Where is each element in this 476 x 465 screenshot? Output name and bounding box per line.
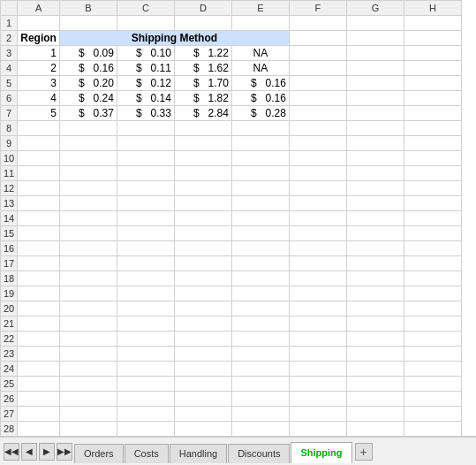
table-row: 17 xyxy=(1,256,462,271)
col-header-a[interactable]: A xyxy=(18,1,60,16)
table-row: 26 xyxy=(1,392,462,407)
tab-nav-last[interactable]: ▶▶ xyxy=(57,443,72,461)
shipping-method-header: Shipping Method xyxy=(59,31,289,46)
spreadsheet: A B C D E F G H 1 xyxy=(0,0,476,437)
table-row: 7 5 $ 0.37 $ 0.33 $ 2.84 $ 0.28 xyxy=(1,106,462,121)
table-row: 10 xyxy=(1,151,462,166)
col-header-d[interactable]: D xyxy=(174,1,231,16)
table-row: 2 Region Shipping Method xyxy=(1,31,462,46)
tab-discounts[interactable]: Discounts xyxy=(228,444,290,463)
table-row: 22 xyxy=(1,332,462,347)
table-row: 18 xyxy=(1,271,462,286)
table-row: 16 xyxy=(1,241,462,256)
table-row: 4 2 $ 0.16 $ 0.11 $ 1.62 NA xyxy=(1,61,462,76)
table-row: 14 xyxy=(1,211,462,226)
tab-handling[interactable]: Handling xyxy=(170,444,227,463)
col-header-b[interactable]: B xyxy=(59,1,117,16)
corner-header xyxy=(1,1,18,16)
table-row: 5 3 $ 0.20 $ 0.12 $ 1.70 $ 0.16 xyxy=(1,76,462,91)
table-row: 12 xyxy=(1,181,462,196)
tab-nav-first[interactable]: ◀◀ xyxy=(4,443,19,461)
add-sheet-button[interactable]: + xyxy=(355,443,373,461)
tab-orders[interactable]: Orders xyxy=(74,444,124,463)
table-row: 8 xyxy=(1,121,462,136)
table-row: 19 xyxy=(1,286,462,301)
table-row: 20 xyxy=(1,301,462,316)
table-row: 28 xyxy=(1,422,462,437)
table-row: 27 xyxy=(1,407,462,422)
table-row: 23 xyxy=(1,347,462,362)
col-header-h[interactable]: H xyxy=(404,1,461,16)
col-header-e[interactable]: E xyxy=(231,1,289,16)
col-header-g[interactable]: G xyxy=(346,1,404,16)
row-header-5: 5 xyxy=(1,76,18,91)
row-header-2: 2 xyxy=(1,31,18,46)
row-header-4: 4 xyxy=(1,61,18,76)
table-row: 9 xyxy=(1,136,462,151)
table-row: 21 xyxy=(1,316,462,332)
table-row: 24 xyxy=(1,362,462,377)
table-row: 25 xyxy=(1,377,462,392)
table-row: 11 xyxy=(1,166,462,181)
table-row: 6 4 $ 0.24 $ 0.14 $ 1.82 $ 0.16 xyxy=(1,91,462,106)
col-header-c[interactable]: C xyxy=(117,1,174,16)
tab-bar: ◀◀ ◀ ▶ ▶▶ Orders Costs Handling Discount… xyxy=(0,437,476,465)
tab-shipping[interactable]: Shipping xyxy=(291,442,351,463)
col-header-f[interactable]: F xyxy=(289,1,346,16)
row-header-7: 7 xyxy=(1,106,18,121)
row-header-6: 6 xyxy=(1,91,18,106)
table-row: 13 xyxy=(1,196,462,211)
tab-nav-next[interactable]: ▶ xyxy=(39,443,55,461)
tab-nav-prev[interactable]: ◀ xyxy=(21,443,37,461)
row-header-3: 3 xyxy=(1,46,18,61)
table-row: 1 xyxy=(1,16,462,31)
table-row: 3 1 $ 0.09 $ 0.10 $ 1.22 NA xyxy=(1,46,462,61)
row-header-1: 1 xyxy=(1,16,18,31)
tab-costs[interactable]: Costs xyxy=(125,444,169,463)
table-row: 15 xyxy=(1,226,462,241)
